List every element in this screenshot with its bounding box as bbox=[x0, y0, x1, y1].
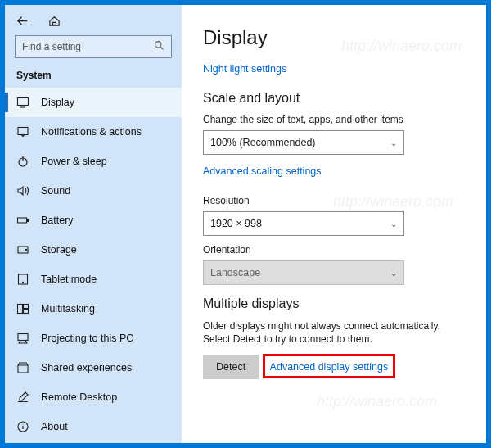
advanced-scaling-link[interactable]: Advanced scaling settings bbox=[203, 165, 322, 177]
back-icon[interactable] bbox=[16, 15, 29, 30]
svg-rect-4 bbox=[18, 218, 27, 223]
sidebar-item-shared[interactable]: Shared experiences bbox=[5, 353, 182, 382]
search-input[interactable]: Find a setting bbox=[15, 35, 172, 58]
display-icon bbox=[16, 96, 29, 109]
sidebar-item-label: Multitasking bbox=[41, 303, 95, 315]
sidebar-item-tablet[interactable]: Tablet mode bbox=[5, 265, 182, 294]
advanced-display-link[interactable]: Advanced display settings bbox=[270, 361, 389, 373]
svg-rect-10 bbox=[18, 305, 23, 314]
search-icon bbox=[154, 40, 164, 53]
orientation-dropdown[interactable]: Landscape ⌄ bbox=[203, 260, 404, 285]
highlight-annotation: Advanced display settings bbox=[263, 354, 396, 378]
sidebar-item-power[interactable]: Power & sleep bbox=[5, 147, 182, 176]
sidebar-item-remote[interactable]: Remote Desktop bbox=[5, 382, 182, 412]
resolution-value: 1920 × 998 bbox=[210, 218, 262, 229]
multiple-section-heading: Multiple displays bbox=[203, 296, 465, 311]
sidebar-item-label: Projecting to this PC bbox=[41, 333, 133, 344]
night-light-link[interactable]: Night light settings bbox=[203, 63, 286, 75]
sidebar-item-multitasking[interactable]: Multitasking bbox=[5, 294, 182, 324]
sidebar-item-label: Sound bbox=[41, 185, 70, 197]
remote-icon bbox=[16, 391, 29, 404]
sidebar-item-about[interactable]: About bbox=[5, 412, 182, 441]
battery-icon bbox=[16, 214, 29, 227]
svg-rect-14 bbox=[18, 401, 28, 402]
sidebar-item-notifications[interactable]: Notifications & actions bbox=[5, 117, 182, 147]
scale-field-label: Change the size of text, apps, and other… bbox=[203, 114, 465, 125]
sidebar-item-label: About bbox=[41, 421, 68, 432]
sidebar-item-display[interactable]: Display bbox=[5, 88, 182, 117]
sidebar-item-storage[interactable]: Storage bbox=[5, 235, 182, 265]
multitasking-icon bbox=[16, 302, 29, 315]
notifications-icon bbox=[16, 125, 29, 138]
chevron-down-icon: ⌄ bbox=[390, 219, 397, 229]
svg-point-0 bbox=[155, 42, 161, 48]
tablet-icon bbox=[16, 273, 29, 286]
sidebar-section-label: System bbox=[5, 66, 182, 88]
svg-rect-1 bbox=[18, 98, 29, 106]
detect-button[interactable]: Detect bbox=[203, 355, 259, 379]
sidebar: Find a setting System Display Notificati… bbox=[5, 5, 182, 443]
sidebar-item-label: Battery bbox=[41, 215, 74, 226]
chevron-down-icon: ⌄ bbox=[390, 269, 397, 278]
svg-point-9 bbox=[22, 282, 23, 283]
orientation-value: Landscape bbox=[210, 267, 260, 278]
search-placeholder: Find a setting bbox=[22, 41, 154, 52]
svg-rect-11 bbox=[24, 305, 29, 309]
svg-rect-12 bbox=[24, 310, 29, 314]
scale-dropdown[interactable]: 100% (Recommended) ⌄ bbox=[203, 130, 404, 155]
scale-value: 100% (Recommended) bbox=[210, 137, 316, 148]
resolution-field-label: Resolution bbox=[203, 195, 465, 206]
sidebar-item-label: Tablet mode bbox=[41, 274, 97, 285]
sidebar-item-projecting[interactable]: Projecting to this PC bbox=[5, 324, 182, 353]
sound-icon bbox=[16, 184, 29, 197]
sidebar-item-label: Remote Desktop bbox=[41, 391, 117, 403]
home-icon[interactable] bbox=[48, 15, 61, 30]
sidebar-item-label: Notifications & actions bbox=[41, 126, 142, 138]
sidebar-item-sound[interactable]: Sound bbox=[5, 176, 182, 206]
settings-window: http://winaero.com http://winaero.com ht… bbox=[5, 5, 486, 443]
svg-point-7 bbox=[25, 249, 26, 250]
sidebar-nav: Display Notifications & actions Power & … bbox=[5, 88, 182, 444]
sidebar-item-label: Shared experiences bbox=[41, 362, 132, 373]
sidebar-item-label: Power & sleep bbox=[41, 156, 107, 167]
chevron-down-icon: ⌄ bbox=[390, 138, 397, 147]
shared-icon bbox=[16, 361, 29, 374]
content-pane: Display Night light settings Scale and l… bbox=[182, 5, 486, 443]
resolution-dropdown[interactable]: 1920 × 998 ⌄ bbox=[203, 211, 404, 236]
multiple-desc: Older displays might not always connect … bbox=[203, 319, 465, 346]
scale-section-heading: Scale and layout bbox=[203, 91, 465, 106]
sidebar-item-label: Display bbox=[41, 97, 74, 108]
orientation-field-label: Orientation bbox=[203, 244, 465, 256]
page-title: Display bbox=[203, 26, 465, 49]
about-icon bbox=[16, 420, 29, 433]
svg-rect-13 bbox=[18, 334, 28, 341]
storage-icon bbox=[16, 243, 29, 256]
sidebar-item-battery[interactable]: Battery bbox=[5, 206, 182, 235]
projecting-icon bbox=[16, 332, 29, 345]
sidebar-item-label: Storage bbox=[41, 244, 77, 256]
svg-rect-2 bbox=[18, 128, 28, 135]
power-icon bbox=[16, 155, 29, 168]
svg-rect-5 bbox=[27, 219, 29, 222]
